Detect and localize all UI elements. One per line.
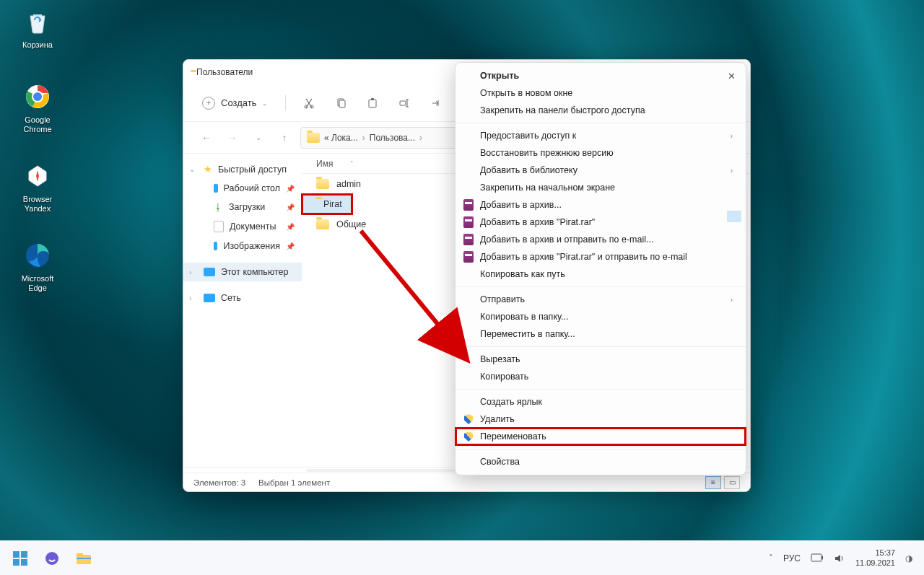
cm-move-to-folder[interactable]: Переместить в папку... — [456, 325, 746, 343]
sidebar-item-label: Сеть — [221, 293, 241, 303]
svg-rect-15 — [21, 559, 27, 566]
rar-icon — [463, 216, 474, 228]
svg-rect-20 — [811, 554, 821, 561]
cm-restore-previous[interactable]: Восстановить прежнюю версию — [456, 144, 746, 162]
cm-add-archive-email[interactable]: Добавить в архив и отправить по e-mail..… — [456, 231, 746, 248]
desktop-icon-recycle-bin[interactable]: Корзина — [10, 6, 65, 50]
rename-button[interactable] — [393, 92, 416, 115]
network-icon — [204, 294, 215, 302]
file-row-pirat[interactable]: Pirat — [302, 194, 352, 214]
up-button[interactable]: ↑ — [274, 128, 295, 148]
create-label: Создать — [221, 97, 256, 108]
folder-icon — [316, 179, 329, 189]
svg-rect-10 — [400, 101, 406, 105]
chevron-right-icon: › — [362, 133, 365, 143]
back-button[interactable]: ← — [196, 128, 217, 148]
separator — [456, 449, 746, 449]
pin-icon: 📌 — [286, 242, 295, 250]
cm-send-to[interactable]: Отправить› — [456, 291, 746, 308]
cm-pin-quick-access[interactable]: Закрепить на панели быстрого доступа — [456, 102, 746, 119]
pin-icon: 📌 — [286, 203, 295, 211]
breadcrumb-part[interactable]: « Лока... — [324, 133, 358, 143]
volume-icon[interactable] — [834, 553, 845, 563]
sidebar-item-this-pc[interactable]: › Этот компьютер — [183, 263, 302, 281]
tray-chevron-icon[interactable]: ˄ — [769, 553, 773, 563]
taskbar-chat[interactable] — [38, 544, 66, 573]
forward-button[interactable]: → — [222, 128, 243, 148]
edge-icon — [22, 240, 53, 271]
column-name-label: Имя — [316, 159, 333, 169]
sidebar-item-label: Загрузки — [229, 202, 265, 212]
desktop-icon-chrome[interactable]: Google Chrome — [10, 81, 65, 134]
cm-share-access[interactable]: Предоставить доступ к› — [456, 127, 746, 144]
column-header-name[interactable]: Имя ˄ — [316, 159, 354, 169]
cm-create-shortcut[interactable]: Создать ярлык — [456, 393, 746, 411]
cm-pin-start[interactable]: Закрепить на начальном экране — [456, 179, 746, 196]
share-button[interactable] — [424, 92, 448, 115]
desktop-icon-label: Корзина — [10, 40, 65, 50]
pin-icon: 📌 — [286, 223, 295, 231]
sidebar-item-label: Рабочий стол — [224, 183, 280, 193]
cm-add-to-library[interactable]: Добавить в библиотеку› — [456, 162, 746, 179]
taskbar-clock[interactable]: 15:37 11.09.2021 — [855, 548, 895, 567]
taskbar-explorer[interactable] — [69, 544, 98, 573]
cm-add-archive[interactable]: Добавить в архив... — [456, 196, 746, 214]
cm-cut[interactable]: Вырезать — [456, 351, 746, 368]
divider — [285, 95, 286, 111]
sidebar-item-documents[interactable]: Документы 📌 — [183, 216, 302, 237]
cut-button[interactable] — [297, 92, 321, 115]
svg-point-2 — [33, 92, 42, 101]
copy-button[interactable] — [329, 92, 352, 115]
taskbar: ˄ РУС 15:37 11.09.2021 ◑ — [0, 540, 924, 575]
sidebar-item-label: Изображения — [223, 241, 280, 251]
separator — [456, 346, 746, 347]
chevron-right-icon: › — [731, 296, 733, 304]
sidebar-item-network[interactable]: › Сеть — [183, 289, 302, 307]
sidebar-item-label: Этот компьютер — [221, 267, 288, 277]
svg-rect-19 — [77, 558, 91, 559]
chrome-icon — [22, 81, 53, 113]
paste-button[interactable] — [361, 92, 384, 115]
breadcrumb-part[interactable]: Пользова... — [370, 133, 415, 143]
cm-copy[interactable]: Копировать — [456, 368, 746, 385]
desktop-icon-label: Google Chrome — [10, 115, 65, 134]
clock-date: 11.09.2021 — [855, 558, 895, 568]
notifications-icon[interactable]: ◑ — [905, 553, 912, 563]
language-indicator[interactable]: РУС — [783, 553, 801, 563]
view-details-button[interactable]: ≡ — [705, 476, 721, 489]
selection-strip — [727, 211, 741, 222]
download-icon: ⭳ — [214, 202, 223, 212]
recent-dropdown[interactable]: ⌄ — [248, 128, 269, 148]
desktop-icon-edge[interactable]: Microsoft Edge — [10, 240, 65, 293]
rar-icon — [463, 251, 474, 263]
cm-delete[interactable]: Удалить — [456, 411, 746, 428]
sidebar-item-images[interactable]: Изображения 📌 — [183, 237, 302, 255]
sidebar-item-downloads[interactable]: ⭳ Загрузки 📌 — [183, 198, 302, 216]
separator — [456, 286, 746, 287]
sidebar-item-desktop[interactable]: Рабочий стол 📌 — [183, 179, 302, 198]
cm-open-new-window[interactable]: Открыть в новом окне — [456, 84, 746, 102]
cm-add-archive-rar[interactable]: Добавить в архив "Pirat.rar" — [456, 214, 746, 231]
separator — [456, 123, 746, 123]
cm-copy-to-folder[interactable]: Копировать в папку... — [456, 308, 746, 325]
shield-icon — [463, 431, 474, 442]
cm-properties[interactable]: Свойства — [456, 453, 746, 470]
cm-rename[interactable]: Переименовать — [456, 428, 746, 445]
cm-copy-as-path[interactable]: Копировать как путь — [456, 265, 746, 283]
recycle-bin-icon — [22, 6, 53, 38]
svg-rect-13 — [21, 551, 27, 558]
clock-time: 15:37 — [855, 548, 895, 558]
sidebar-item-quick-access[interactable]: ⌄ ★ Быстрый доступ — [183, 159, 302, 179]
view-icons-button[interactable]: ▭ — [724, 476, 740, 489]
network-icon[interactable] — [811, 553, 824, 563]
window-title: Пользователи — [196, 67, 253, 77]
start-button[interactable] — [6, 544, 35, 573]
cm-add-archive-rar-email[interactable]: Добавить в архив "Pirat.rar" и отправить… — [456, 248, 746, 265]
cm-open[interactable]: Открыть — [456, 67, 746, 84]
desktop-icon-yandex[interactable]: Browser Yandex — [10, 160, 65, 214]
create-button[interactable]: + Создать ⌄ — [196, 94, 274, 113]
rar-icon — [463, 234, 474, 245]
image-icon — [214, 242, 217, 250]
file-name: Pirat — [323, 199, 342, 209]
selected-count: Выбран 1 элемент — [258, 478, 330, 487]
